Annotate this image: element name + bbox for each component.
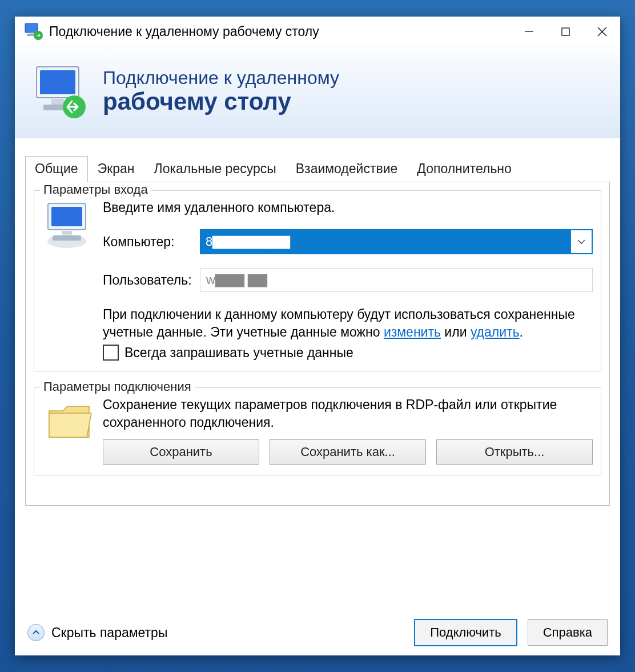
user-field[interactable]: w▇▇▇ ▇▇ (200, 268, 593, 292)
chevron-down-icon[interactable] (571, 230, 592, 253)
app-icon (24, 22, 43, 41)
svg-rect-1 (29, 33, 34, 34)
svg-rect-18 (53, 235, 81, 241)
chevron-up-icon (27, 624, 45, 641)
computer-label: Компьютер: (103, 234, 200, 250)
monitor-icon (42, 199, 97, 250)
hide-options-label: Скрыть параметры (51, 625, 167, 641)
link-change-credentials[interactable]: изменить (384, 325, 441, 339)
svg-rect-0 (25, 23, 38, 33)
titlebar: Подключение к удаленному рабочему столу (15, 17, 620, 46)
save-button[interactable]: Сохранить (103, 439, 259, 465)
user-label: Пользователь: (103, 273, 200, 288)
always-ask-label: Всегда запрашивать учетные данные (124, 345, 353, 361)
banner-line1: Подключение к удаленному (103, 68, 339, 88)
tab-general[interactable]: Общие (25, 156, 88, 182)
banner-icon (30, 63, 93, 121)
body: Общие Экран Локальные ресурсы Взаимодейс… (15, 138, 620, 610)
computer-value[interactable]: 8▇▇▇▇▇▇▇▇ (201, 230, 571, 253)
connection-text: Сохранение текущих параметров подключени… (103, 396, 593, 431)
always-ask-checkbox[interactable] (103, 345, 119, 361)
connection-legend: Параметры подключения (40, 379, 195, 394)
banner-text: Подключение к удаленному рабочему столу (103, 68, 339, 115)
rdc-window: Подключение к удаленному рабочему столу (15, 17, 620, 655)
footer: Скрыть параметры Подключить Справка (15, 610, 620, 655)
link-delete-credentials[interactable]: удалить (471, 325, 520, 339)
login-legend: Параметры входа (40, 182, 151, 197)
save-as-button[interactable]: Сохранить как... (270, 439, 426, 465)
banner-line2: рабочему столу (103, 88, 339, 115)
svg-rect-15 (51, 207, 82, 226)
maximize-button[interactable] (547, 17, 584, 46)
minimize-button[interactable] (511, 17, 547, 46)
window-title: Подключение к удаленному рабочему столу (49, 24, 511, 39)
tab-experience[interactable]: Взаимодействие (286, 156, 408, 182)
help-button[interactable]: Справка (528, 619, 608, 646)
tab-panel-general: Параметры входа Введите имя удаленного к… (25, 182, 610, 506)
connection-settings-group: Параметры подключения Сохранение текущих… (34, 387, 601, 475)
login-settings-group: Параметры входа Введите имя удаленного к… (34, 190, 601, 371)
credentials-note: При подключении к данному компьютеру буд… (103, 306, 593, 341)
tab-strip: Общие Экран Локальные ресурсы Взаимодейс… (25, 154, 610, 182)
tab-display[interactable]: Экран (88, 156, 144, 182)
tab-advanced[interactable]: Дополнительно (407, 156, 521, 182)
login-instruction: Введите имя удаленного компьютера. (103, 200, 593, 215)
tab-local-resources[interactable]: Локальные ресурсы (144, 156, 286, 182)
connect-button[interactable]: Подключить (414, 619, 517, 646)
computer-combobox[interactable]: 8▇▇▇▇▇▇▇▇ (200, 229, 593, 254)
hide-options-toggle[interactable]: Скрыть параметры (27, 624, 167, 641)
close-button[interactable] (584, 17, 620, 46)
banner: Подключение к удаленному рабочему столу (15, 46, 620, 138)
svg-rect-10 (51, 99, 64, 105)
open-button[interactable]: Открыть... (436, 439, 593, 465)
svg-rect-9 (40, 70, 75, 94)
folder-icon (42, 396, 97, 447)
svg-rect-5 (562, 28, 569, 35)
